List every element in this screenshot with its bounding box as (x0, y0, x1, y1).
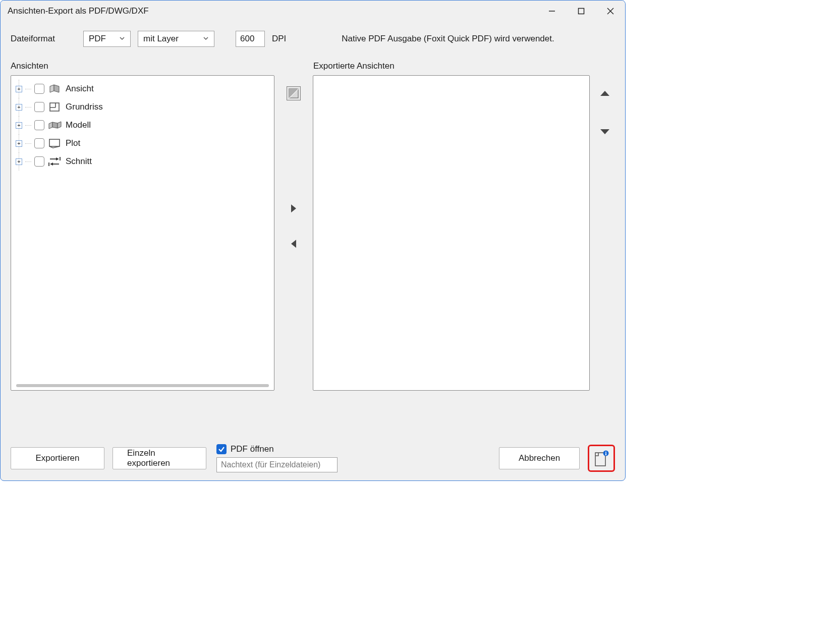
remove-from-export-button[interactable] (287, 237, 301, 251)
reorder-column (595, 75, 615, 391)
chevron-down-icon (203, 34, 209, 44)
svg-marker-10 (52, 122, 58, 128)
tree-node-label: Schnitt (66, 156, 92, 167)
tree-node[interactable]: +Ansicht (14, 80, 271, 98)
svg-marker-9 (49, 122, 52, 129)
svg-marker-25 (600, 129, 609, 134)
lists-area: +Ansicht+Grundriss+Modell+Plot+Schnitt (11, 75, 615, 440)
svg-rect-29 (605, 453, 606, 455)
titlebar: Ansichten-Export als PDF/DWG/DXF (1, 1, 625, 22)
svg-rect-1 (579, 9, 584, 14)
expand-icon[interactable]: + (16, 122, 22, 129)
minimize-button[interactable] (537, 1, 567, 22)
export-button[interactable]: Exportieren (11, 447, 104, 469)
pdf-engine-info: Native PDF Ausgabe (Foxit Quick PDF) wir… (342, 34, 554, 44)
expand-icon[interactable]: + (16, 140, 22, 147)
plan-icon (47, 101, 63, 113)
move-up-button[interactable] (598, 86, 612, 100)
window-controls (537, 1, 625, 22)
chevron-down-icon (119, 34, 125, 44)
close-button[interactable] (596, 1, 625, 22)
open-pdf-checkbox[interactable] (216, 444, 227, 454)
svg-rect-12 (49, 139, 60, 146)
svg-rect-28 (605, 452, 606, 453)
svg-marker-22 (291, 204, 296, 212)
view3d-icon (47, 83, 63, 94)
suffix-input[interactable]: Nachtext (für Einzeldateien) (216, 457, 338, 472)
export-each-button[interactable]: Einzeln exportieren (113, 447, 206, 469)
tree-checkbox[interactable] (34, 156, 44, 167)
file-format-label: Dateiformat (11, 34, 76, 44)
section-icon (47, 156, 63, 167)
open-pdf-label: PDF öffnen (231, 444, 274, 454)
exported-column (313, 75, 615, 391)
svg-rect-6 (50, 103, 59, 111)
format-row: Dateiformat PDF mit Layer 600 DPI Native… (11, 27, 615, 51)
cancel-button[interactable]: Abbrechen (499, 447, 580, 469)
tree-checkbox[interactable] (34, 84, 44, 94)
dpi-input[interactable]: 600 (236, 31, 265, 47)
dialog-content: Dateiformat PDF mit Layer 600 DPI Native… (1, 22, 625, 440)
footer-options: PDF öffnen Nachtext (für Einzeldateien) (216, 444, 338, 472)
svg-marker-24 (600, 91, 609, 96)
dpi-label: DPI (272, 34, 286, 44)
maximize-button[interactable] (567, 1, 596, 22)
list-headers: Ansichten Exportierte Ansichten (11, 61, 615, 71)
svg-marker-16 (50, 163, 53, 166)
tree-checkbox[interactable] (34, 120, 44, 130)
expand-icon[interactable]: + (16, 104, 22, 111)
tree-node[interactable]: +Plot (14, 134, 271, 152)
tree-checkbox[interactable] (34, 102, 44, 112)
tree-node[interactable]: +Grundriss (14, 98, 271, 116)
tree-node-label: Ansicht (66, 84, 94, 94)
tree-node-label: Modell (66, 120, 91, 130)
transfer-column (274, 75, 313, 440)
cancel-button-label: Abbrechen (519, 453, 560, 463)
highlight-annotation (588, 445, 615, 472)
svg-marker-14 (56, 157, 59, 160)
options-button[interactable] (287, 86, 301, 100)
export-button-label: Exportieren (36, 453, 80, 463)
svg-marker-4 (50, 85, 54, 92)
svg-marker-11 (58, 122, 61, 128)
svg-marker-23 (291, 240, 296, 248)
layer-combo[interactable]: mit Layer (138, 31, 214, 47)
file-format-value: PDF (89, 34, 106, 44)
open-pdf-row: PDF öffnen (216, 444, 338, 454)
move-down-button[interactable] (598, 125, 612, 139)
dpi-value: 600 (240, 34, 254, 44)
expand-icon[interactable]: + (16, 86, 22, 92)
file-format-combo[interactable]: PDF (83, 31, 131, 47)
exported-views-header: Exportierte Ansichten (313, 61, 615, 71)
tree-node[interactable]: +Modell (14, 116, 271, 134)
add-to-export-button[interactable] (287, 201, 301, 216)
suffix-placeholder: Nachtext (für Einzeldateien) (221, 460, 320, 469)
svg-marker-5 (54, 85, 59, 92)
tree-node-label: Plot (66, 138, 80, 148)
dialog-footer: Exportieren Einzeln exportieren PDF öffn… (1, 440, 625, 480)
expand-icon[interactable]: + (16, 158, 22, 165)
horizontal-scrollbar[interactable] (16, 384, 269, 387)
export-each-button-label: Einzeln exportieren (127, 448, 192, 468)
info-button[interactable] (591, 448, 611, 468)
layer-value: mit Layer (143, 34, 179, 44)
window-title: Ansichten-Export als PDF/DWG/DXF (8, 6, 149, 16)
model3d-icon (47, 120, 63, 131)
export-dialog: Ansichten-Export als PDF/DWG/DXF Dateifo… (0, 0, 626, 481)
tree-checkbox[interactable] (34, 138, 44, 148)
tree-node-label: Grundriss (66, 102, 103, 112)
tree-node[interactable]: +Schnitt (14, 152, 271, 171)
views-header: Ansichten (11, 61, 313, 71)
plot-icon (47, 138, 63, 149)
exported-views-list[interactable] (313, 75, 590, 391)
views-tree[interactable]: +Ansicht+Grundriss+Modell+Plot+Schnitt (11, 75, 274, 391)
